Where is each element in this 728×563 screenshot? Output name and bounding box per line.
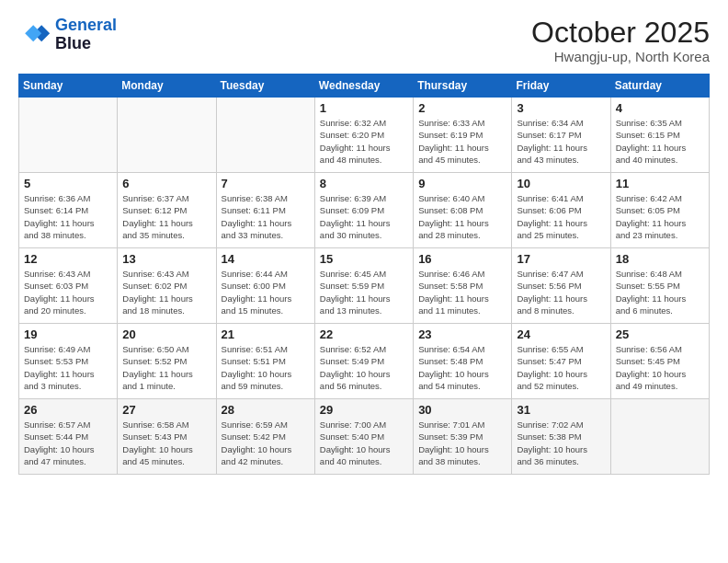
day-number: 9: [418, 177, 506, 190]
week-row-3: 19Sunrise: 6:49 AM Sunset: 5:53 PM Dayli…: [19, 324, 710, 399]
calendar-cell: 12Sunrise: 6:43 AM Sunset: 6:03 PM Dayli…: [19, 248, 118, 324]
calendar-cell: [216, 98, 314, 173]
calendar-cell: 22Sunrise: 6:52 AM Sunset: 5:49 PM Dayli…: [314, 324, 413, 399]
day-number: 5: [24, 177, 112, 190]
day-number: 26: [24, 403, 112, 417]
day-info: Sunrise: 6:57 AM Sunset: 5:44 PM Dayligh…: [24, 419, 112, 467]
calendar-cell: 5Sunrise: 6:36 AM Sunset: 6:14 PM Daylig…: [19, 173, 118, 248]
calendar-cell: 13Sunrise: 6:43 AM Sunset: 6:02 PM Dayli…: [118, 248, 216, 324]
day-info: Sunrise: 6:58 AM Sunset: 5:43 PM Dayligh…: [122, 419, 210, 467]
day-info: Sunrise: 6:33 AM Sunset: 6:19 PM Dayligh…: [418, 117, 506, 166]
calendar-cell: [19, 98, 118, 173]
day-info: Sunrise: 6:45 AM Sunset: 5:59 PM Dayligh…: [320, 268, 408, 316]
day-number: 19: [24, 327, 112, 341]
day-number: 24: [517, 327, 605, 341]
calendar-cell: 23Sunrise: 6:54 AM Sunset: 5:48 PM Dayli…: [414, 324, 512, 399]
day-info: Sunrise: 6:47 AM Sunset: 5:56 PM Dayligh…: [517, 268, 605, 316]
day-info: Sunrise: 7:01 AM Sunset: 5:39 PM Dayligh…: [418, 419, 506, 467]
calendar-cell: 2Sunrise: 6:33 AM Sunset: 6:19 PM Daylig…: [414, 98, 512, 173]
day-info: Sunrise: 6:43 AM Sunset: 6:03 PM Dayligh…: [24, 268, 112, 316]
day-info: Sunrise: 6:35 AM Sunset: 6:15 PM Dayligh…: [616, 117, 704, 166]
header: General Blue October 2025 Hwangju-up, No…: [18, 17, 710, 64]
calendar-cell: 14Sunrise: 6:44 AM Sunset: 6:00 PM Dayli…: [216, 248, 314, 324]
calendar-cell: 15Sunrise: 6:45 AM Sunset: 5:59 PM Dayli…: [314, 248, 413, 324]
calendar-cell: 4Sunrise: 6:35 AM Sunset: 6:15 PM Daylig…: [610, 98, 709, 173]
day-number: 28: [222, 403, 310, 417]
day-info: Sunrise: 7:02 AM Sunset: 5:38 PM Dayligh…: [517, 419, 605, 467]
page: General Blue October 2025 Hwangju-up, No…: [0, 0, 728, 563]
day-info: Sunrise: 6:39 AM Sunset: 6:09 PM Dayligh…: [320, 192, 408, 241]
calendar-cell: 31Sunrise: 7:02 AM Sunset: 5:38 PM Dayli…: [512, 399, 610, 475]
day-number: 7: [222, 177, 310, 190]
day-info: Sunrise: 6:59 AM Sunset: 5:42 PM Dayligh…: [222, 419, 310, 467]
day-info: Sunrise: 6:54 AM Sunset: 5:48 PM Dayligh…: [418, 343, 506, 392]
day-info: Sunrise: 6:41 AM Sunset: 6:06 PM Dayligh…: [517, 192, 605, 241]
day-number: 2: [418, 101, 506, 115]
day-info: Sunrise: 6:44 AM Sunset: 6:00 PM Dayligh…: [222, 268, 310, 316]
week-row-0: 1Sunrise: 6:32 AM Sunset: 6:20 PM Daylig…: [19, 98, 710, 173]
calendar-cell: 7Sunrise: 6:38 AM Sunset: 6:11 PM Daylig…: [216, 173, 314, 248]
weekday-thursday: Thursday: [414, 75, 512, 98]
day-info: Sunrise: 6:49 AM Sunset: 5:53 PM Dayligh…: [24, 343, 112, 392]
day-info: Sunrise: 6:48 AM Sunset: 5:55 PM Dayligh…: [616, 268, 704, 316]
day-number: 25: [616, 327, 704, 341]
day-info: Sunrise: 6:46 AM Sunset: 5:58 PM Dayligh…: [418, 268, 506, 316]
day-number: 27: [122, 403, 210, 417]
day-number: 8: [320, 177, 408, 190]
calendar-cell: 8Sunrise: 6:39 AM Sunset: 6:09 PM Daylig…: [314, 173, 413, 248]
day-info: Sunrise: 6:36 AM Sunset: 6:14 PM Dayligh…: [24, 192, 112, 241]
logo-text: General Blue: [55, 17, 117, 53]
week-row-4: 26Sunrise: 6:57 AM Sunset: 5:44 PM Dayli…: [19, 399, 710, 475]
calendar-cell: 27Sunrise: 6:58 AM Sunset: 5:43 PM Dayli…: [118, 399, 216, 475]
weekday-saturday: Saturday: [610, 75, 709, 98]
calendar-cell: 9Sunrise: 6:40 AM Sunset: 6:08 PM Daylig…: [414, 173, 512, 248]
week-row-1: 5Sunrise: 6:36 AM Sunset: 6:14 PM Daylig…: [19, 173, 710, 248]
calendar-cell: 26Sunrise: 6:57 AM Sunset: 5:44 PM Dayli…: [19, 399, 118, 475]
day-info: Sunrise: 6:52 AM Sunset: 5:49 PM Dayligh…: [320, 343, 408, 392]
calendar-cell: 28Sunrise: 6:59 AM Sunset: 5:42 PM Dayli…: [216, 399, 314, 475]
day-number: 16: [418, 252, 506, 266]
day-number: 15: [320, 252, 408, 266]
logo: General Blue: [18, 17, 117, 53]
day-number: 13: [122, 252, 210, 266]
day-info: Sunrise: 6:55 AM Sunset: 5:47 PM Dayligh…: [517, 343, 605, 392]
day-number: 10: [517, 177, 605, 190]
location: Hwangju-up, North Korea: [531, 49, 710, 64]
calendar-cell: [118, 98, 216, 173]
day-info: Sunrise: 6:50 AM Sunset: 5:52 PM Dayligh…: [122, 343, 210, 392]
day-info: Sunrise: 6:51 AM Sunset: 5:51 PM Dayligh…: [222, 343, 310, 392]
weekday-wednesday: Wednesday: [314, 75, 413, 98]
day-info: Sunrise: 6:37 AM Sunset: 6:12 PM Dayligh…: [122, 192, 210, 241]
day-number: 17: [517, 252, 605, 266]
day-info: Sunrise: 6:42 AM Sunset: 6:05 PM Dayligh…: [616, 192, 704, 241]
calendar-cell: 3Sunrise: 6:34 AM Sunset: 6:17 PM Daylig…: [512, 98, 610, 173]
calendar-cell: 1Sunrise: 6:32 AM Sunset: 6:20 PM Daylig…: [314, 98, 413, 173]
calendar-cell: 18Sunrise: 6:48 AM Sunset: 5:55 PM Dayli…: [610, 248, 709, 324]
calendar-cell: 30Sunrise: 7:01 AM Sunset: 5:39 PM Dayli…: [414, 399, 512, 475]
calendar-cell: 10Sunrise: 6:41 AM Sunset: 6:06 PM Dayli…: [512, 173, 610, 248]
day-info: Sunrise: 6:43 AM Sunset: 6:02 PM Dayligh…: [122, 268, 210, 316]
day-info: Sunrise: 6:56 AM Sunset: 5:45 PM Dayligh…: [616, 343, 704, 392]
calendar-cell: 24Sunrise: 6:55 AM Sunset: 5:47 PM Dayli…: [512, 324, 610, 399]
day-info: Sunrise: 6:32 AM Sunset: 6:20 PM Dayligh…: [320, 117, 408, 166]
day-number: 6: [122, 177, 210, 190]
day-number: 29: [320, 403, 408, 417]
calendar-cell: 21Sunrise: 6:51 AM Sunset: 5:51 PM Dayli…: [216, 324, 314, 399]
day-number: 31: [517, 403, 605, 417]
weekday-friday: Friday: [512, 75, 610, 98]
calendar-cell: 19Sunrise: 6:49 AM Sunset: 5:53 PM Dayli…: [19, 324, 118, 399]
day-info: Sunrise: 6:40 AM Sunset: 6:08 PM Dayligh…: [418, 192, 506, 241]
weekday-header-row: SundayMondayTuesdayWednesdayThursdayFrid…: [19, 75, 710, 98]
day-info: Sunrise: 6:38 AM Sunset: 6:11 PM Dayligh…: [222, 192, 310, 241]
week-row-2: 12Sunrise: 6:43 AM Sunset: 6:03 PM Dayli…: [19, 248, 710, 324]
weekday-tuesday: Tuesday: [216, 75, 314, 98]
calendar-cell: [610, 399, 709, 475]
title-block: October 2025 Hwangju-up, North Korea: [531, 17, 710, 64]
day-number: 14: [222, 252, 310, 266]
day-number: 1: [320, 101, 408, 115]
day-info: Sunrise: 6:34 AM Sunset: 6:17 PM Dayligh…: [517, 117, 605, 166]
day-info: Sunrise: 7:00 AM Sunset: 5:40 PM Dayligh…: [320, 419, 408, 467]
day-number: 18: [616, 252, 704, 266]
logo-icon: [18, 18, 51, 52]
calendar: SundayMondayTuesdayWednesdayThursdayFrid…: [18, 74, 710, 475]
